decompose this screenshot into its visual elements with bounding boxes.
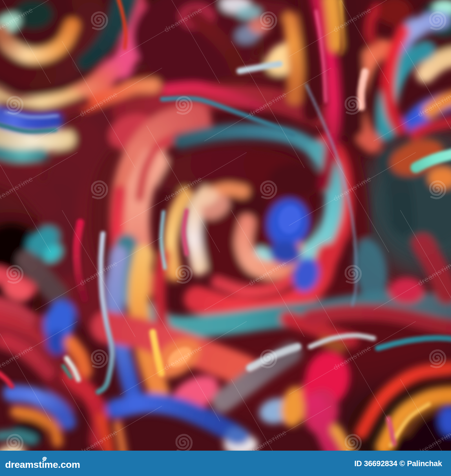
- svg-text:dreamstime.com: dreamstime.com: [5, 459, 80, 470]
- svg-text:ID 36692834 © Palinchak: ID 36692834 © Palinchak: [354, 459, 442, 468]
